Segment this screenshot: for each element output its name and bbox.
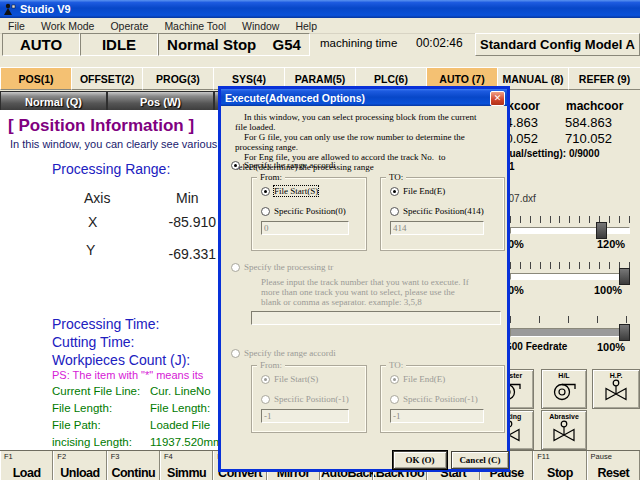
radio-button[interactable] <box>261 375 270 384</box>
unload-button[interactable]: F2Unload <box>53 451 106 480</box>
radio-file-end2-row[interactable]: File End(E) <box>390 374 445 384</box>
from2-position-input[interactable] <box>261 409 349 423</box>
tab-refer[interactable]: REFER (9) <box>568 67 640 90</box>
hp-button[interactable]: H.P. <box>592 369 640 409</box>
machining-time-value: 00:02:46 <box>416 36 463 50</box>
subtab-normal[interactable]: Normal (Q) <box>0 91 107 112</box>
menu-help[interactable]: Help <box>287 20 325 32</box>
radio-label: Specific Position(0) <box>274 206 346 216</box>
spindle-override-ticks <box>510 262 630 269</box>
machcoor-header: machcoor <box>566 99 623 113</box>
radio-label: File End(E) <box>403 374 445 384</box>
radio-button[interactable] <box>231 263 240 272</box>
hl-label: H/L <box>558 372 569 379</box>
menu-window[interactable]: Window <box>234 20 287 32</box>
feed-override-ticks <box>510 216 630 223</box>
position-info-description: In this window, you can clearly see vari… <box>10 138 217 150</box>
radio-button[interactable] <box>390 375 399 384</box>
close-icon[interactable]: ✕ <box>490 91 505 106</box>
radio-file-start-row[interactable]: File Start(S) <box>261 186 318 196</box>
g00-feedrate-ticks <box>510 316 630 323</box>
radio-file-end-row[interactable]: File End(E) <box>390 186 445 196</box>
load-button[interactable]: F1Load <box>0 451 53 480</box>
hl-button[interactable]: H/L <box>541 369 587 409</box>
radio-specify-range-row[interactable]: Specify the range accordi <box>231 160 336 170</box>
radio-file-start2-row[interactable]: File Start(S) <box>261 374 318 384</box>
file-row-value: Loaded File <box>150 419 210 431</box>
range-row-x-min: -85.910 <box>138 214 216 230</box>
workpieces-count-label: Workpieces Count (J): <box>52 352 190 368</box>
range-col-min: Min <box>176 190 199 206</box>
file-row-label: incising Length: <box>52 436 132 448</box>
config-model-button[interactable]: Standard Config Model A <box>475 33 640 56</box>
feed-override-slider[interactable] <box>510 227 630 234</box>
menu-work-mode[interactable]: Work Mode <box>33 20 103 32</box>
continue-button[interactable]: F3Continu <box>107 451 160 480</box>
window-title: Studio V9 <box>20 3 71 15</box>
status-stop-mode: Normal Stop <box>167 36 256 53</box>
radio-specific-position2-row[interactable]: Specific Position(-1) <box>261 394 349 404</box>
radio-button[interactable] <box>261 187 270 196</box>
radio-specific-position-row[interactable]: Specific Position(0) <box>261 206 346 216</box>
range-row-y-min: -69.331 <box>138 246 216 262</box>
radio-button[interactable] <box>231 349 240 358</box>
button-label: Simmu <box>161 466 212 480</box>
radio-button[interactable] <box>261 395 270 404</box>
subtab-pos[interactable]: Pos (W) <box>107 91 214 112</box>
radio-specify-range2-row[interactable]: Specify the range accordi <box>231 348 336 358</box>
execute-advanced-options-dialog: Execute(Advanced Options) ✕ In this wind… <box>218 86 510 472</box>
tab-offset[interactable]: OFFSET(2) <box>71 67 143 90</box>
file-row-value: Cur. LineNo <box>150 385 211 397</box>
to-position-input[interactable] <box>390 221 484 235</box>
to2-position-input[interactable] <box>390 409 484 423</box>
spindle-override-min: 0% <box>508 284 524 296</box>
app-window: Studio V9 File Work Mode Operate Machine… <box>0 0 640 480</box>
g00-feedrate-slider[interactable] <box>510 328 630 337</box>
from-position-input[interactable] <box>261 221 349 235</box>
spindle-override-thumb[interactable] <box>619 268 630 285</box>
radio-button[interactable] <box>390 187 399 196</box>
radio-label: Specify the processing tr <box>244 262 333 272</box>
fkey-label: Pause <box>591 452 612 461</box>
simulate-button[interactable]: F4Simmu <box>160 451 213 480</box>
stop-button[interactable]: F11Stop <box>533 451 586 480</box>
status-mode: AUTO <box>2 33 80 56</box>
radio-specify-track-row[interactable]: Specify the processing tr <box>231 262 333 272</box>
file-row-label: Current File Line: <box>52 385 140 397</box>
button-label: Reset <box>588 466 639 480</box>
dialog-title-bar[interactable]: Execute(Advanced Options) <box>221 89 507 106</box>
radio-button[interactable] <box>390 207 399 216</box>
radio-button[interactable] <box>261 207 270 216</box>
radio-specific-position-row[interactable]: Specific Position(414) <box>390 206 484 216</box>
button-label: Stop <box>534 466 585 480</box>
radio-label: Specific Position(414) <box>403 206 484 216</box>
g00-feedrate-thumb[interactable] <box>619 324 630 341</box>
feed-override-thumb[interactable] <box>596 222 607 239</box>
track-number-input[interactable] <box>251 311 501 325</box>
valve-icon <box>603 379 629 403</box>
spindle-override-slider[interactable] <box>510 273 630 280</box>
to-group-title: TO: <box>386 172 406 182</box>
radio-specific-position2-row[interactable]: Specific Position(-1) <box>390 394 478 404</box>
radio-button[interactable] <box>390 395 399 404</box>
abrasive-button[interactable]: Abrasive <box>541 410 587 450</box>
file-row-value: File Length: <box>150 402 210 414</box>
menu-machine-tool[interactable]: Machine Tool <box>156 20 234 32</box>
reset-button[interactable]: PauseReset <box>587 451 640 480</box>
cancel-button[interactable]: Cancel (C) <box>451 451 509 469</box>
menu-file[interactable]: File <box>0 20 33 32</box>
abrasive-label: Abrasive <box>549 413 579 420</box>
radio-label: Specify the range accordi <box>244 348 336 358</box>
position-info-heading: [ Position Information ] <box>8 116 194 136</box>
g00-feedrate-label: G00 Feedrate <box>504 341 567 352</box>
from2-group-title: From: <box>257 360 285 370</box>
tab-pos[interactable]: POS(1) <box>0 67 72 90</box>
menu-operate[interactable]: Operate <box>102 20 156 32</box>
radio-button[interactable] <box>231 161 240 170</box>
from-group-title: From: <box>257 172 285 182</box>
tab-prog[interactable]: PROG(3) <box>142 67 214 90</box>
range-row-y-axis: Y <box>86 242 95 258</box>
button-label: Continu <box>108 466 159 480</box>
ok-button[interactable]: OK (O) <box>393 451 447 469</box>
app-icon <box>3 3 16 16</box>
